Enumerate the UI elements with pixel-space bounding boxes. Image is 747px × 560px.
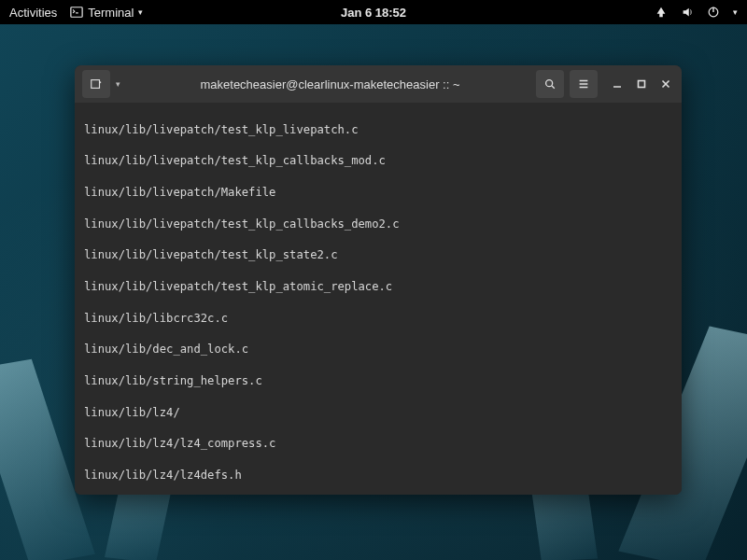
- terminal-window: ▾ maketecheasier@clearlinux-maketecheasi…: [75, 65, 682, 495]
- app-menu-label: Terminal: [88, 6, 134, 20]
- maximize-icon: [636, 78, 647, 90]
- gnome-topbar: Activities Terminal ▾ Jan 6 18:52 ▾: [0, 0, 747, 24]
- close-button[interactable]: [657, 76, 674, 92]
- titlebar-chevron-icon[interactable]: ▾: [116, 79, 120, 89]
- network-icon[interactable]: [655, 6, 668, 19]
- output-line: linux/lib/lz4/lz4defs.h: [84, 468, 672, 483]
- svg-point-4: [546, 80, 553, 87]
- output-line: linux/lib/libcrc32c.c: [84, 311, 672, 327]
- output-line: linux/lib/dec_and_lock.c: [84, 342, 672, 357]
- svg-rect-7: [639, 81, 645, 88]
- chevron-down-icon: ▾: [138, 7, 143, 17]
- window-title: maketecheasier@clearlinux-maketecheasier…: [130, 77, 530, 91]
- output-line: linux/lib/livepatch/test_klp_atomic_repl…: [84, 279, 672, 295]
- output-line: linux/lib/livepatch/test_klp_livepatch.c: [84, 122, 672, 138]
- hamburger-menu-button[interactable]: [570, 70, 598, 98]
- system-menu-chevron-icon[interactable]: ▾: [733, 7, 738, 17]
- output-line: linux/lib/lz4/lz4_compress.c: [84, 436, 672, 452]
- app-menu[interactable]: Terminal ▾: [70, 6, 143, 20]
- output-line: linux/lib/livepatch/test_klp_callbacks_m…: [84, 153, 672, 169]
- search-icon: [543, 77, 557, 91]
- power-icon[interactable]: [707, 6, 720, 19]
- output-line: linux/lib/livepatch/test_klp_state2.c: [84, 247, 672, 263]
- svg-line-5: [552, 86, 555, 89]
- terminal-icon: [70, 6, 83, 19]
- volume-icon[interactable]: [681, 6, 694, 19]
- output-line: linux/lib/livepatch/test_klp_callbacks_d…: [84, 217, 672, 232]
- maximize-button[interactable]: [633, 76, 650, 92]
- svg-rect-3: [92, 80, 100, 89]
- search-button[interactable]: [536, 70, 564, 98]
- output-line: linux/lib/lz4/: [84, 405, 672, 421]
- clock[interactable]: Jan 6 18:52: [341, 6, 406, 20]
- new-tab-icon: [90, 77, 103, 91]
- close-icon: [660, 78, 671, 90]
- window-titlebar: ▾ maketecheasier@clearlinux-maketecheasi…: [75, 65, 682, 103]
- new-tab-button[interactable]: [82, 70, 110, 98]
- hamburger-icon: [577, 77, 590, 91]
- minimize-icon: [612, 78, 623, 90]
- activities-button[interactable]: Activities: [9, 6, 57, 20]
- minimize-button[interactable]: [609, 76, 626, 92]
- svg-rect-0: [71, 7, 82, 18]
- output-line: linux/lib/livepatch/Makefile: [84, 185, 672, 201]
- terminal-output[interactable]: linux/lib/livepatch/test_klp_livepatch.c…: [75, 103, 682, 495]
- output-line: linux/lib/string_helpers.c: [84, 373, 672, 389]
